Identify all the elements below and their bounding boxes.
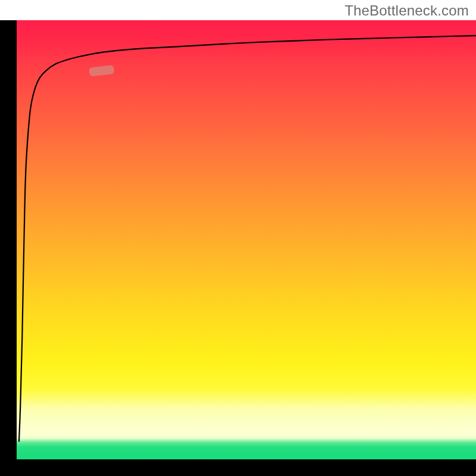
y-axis-bar xyxy=(0,20,17,459)
gradient-plot-area xyxy=(17,20,476,459)
x-axis-bar xyxy=(0,459,476,476)
bottleneck-chart: TheBottleneck.com xyxy=(0,0,476,476)
watermark-label: TheBottleneck.com xyxy=(345,2,469,19)
